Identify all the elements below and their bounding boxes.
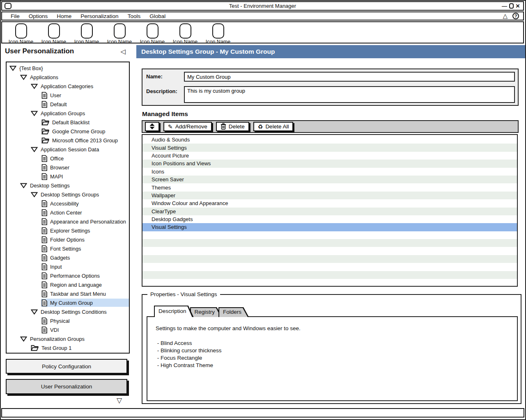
expand-more-icon[interactable]: ▽ [117, 396, 122, 405]
tree-item[interactable]: Browser [7, 163, 129, 172]
tree-item[interactable]: Personalization Groups [7, 334, 129, 343]
add-remove-button[interactable]: ✎Add/Remove [163, 122, 212, 131]
tree-item[interactable]: Taskbar and Start Menu [7, 289, 129, 298]
list-item[interactable]: Icon Positions and Views [142, 160, 517, 167]
toolbar-button-label: Icon Name [73, 39, 100, 45]
tree-item[interactable]: Font Settings [7, 244, 129, 253]
tree-item-content: Accessibility [41, 199, 129, 208]
expander-icon[interactable] [20, 336, 27, 342]
description-text-line [156, 332, 513, 340]
tree-item[interactable]: Applications [7, 73, 129, 82]
expander-icon[interactable] [31, 84, 38, 89]
tree-item[interactable]: Folder Options [7, 235, 129, 244]
tab-folders[interactable]: Folders [218, 307, 249, 317]
expander-icon[interactable] [31, 147, 38, 152]
toolbar-button-4[interactable]: Icon Name [106, 22, 133, 45]
collapse-sidebar-icon[interactable]: ◁ [121, 48, 128, 55]
list-item[interactable]: Themes [142, 183, 517, 191]
tree-item[interactable]: Default [7, 100, 129, 109]
delete-button[interactable]: Delete [216, 122, 249, 131]
expander-icon[interactable] [31, 192, 38, 197]
tree-item[interactable]: VDI [7, 325, 129, 334]
help-icon[interactable]: ? [512, 13, 519, 19]
tree-item[interactable]: Explorer Settings [7, 226, 129, 235]
tree-item[interactable]: My Custom Group [7, 298, 129, 307]
tree-item[interactable]: MAPI [7, 172, 129, 181]
tree-item-content: Application Session Data [30, 145, 129, 153]
tree-item[interactable]: User [7, 91, 129, 100]
list-empty-row [142, 247, 517, 255]
toolbar-button-7[interactable]: Icon Name [204, 22, 232, 45]
tree-item[interactable]: Action Center [7, 208, 129, 217]
menu-item-home[interactable]: Home [52, 13, 76, 19]
tree-item[interactable]: Gadgets [7, 253, 129, 262]
tree-item[interactable]: Microsoft Office 2013 Group [7, 136, 129, 145]
policy-configuration-button[interactable]: Policy Configuration [6, 359, 127, 374]
expander-icon[interactable] [31, 309, 38, 315]
tree-item[interactable]: Office [7, 154, 129, 163]
tree-item[interactable]: Input [7, 262, 129, 271]
menu-item-tools[interactable]: Tools [123, 13, 145, 19]
tab-description[interactable]: Description [154, 306, 194, 317]
toolbar-button-6[interactable]: Icon Name [172, 22, 199, 45]
toolbar-button-3[interactable]: Icon Name [73, 22, 100, 45]
tree-item[interactable]: Test Group 1 [7, 343, 129, 352]
expander-icon[interactable] [20, 75, 27, 80]
list-item[interactable]: Visual Settings [142, 144, 517, 151]
tree-item[interactable]: Performance Options [7, 271, 129, 280]
tree-item[interactable]: Application Groups [7, 109, 129, 118]
list-item[interactable]: Account Picture [142, 152, 517, 160]
tree-item[interactable]: Application Categories [7, 82, 129, 91]
managed-items-list: Audio & SoundsVisual SettingsAccount Pic… [142, 134, 518, 287]
close-icon[interactable]: × [516, 3, 520, 9]
tree-item[interactable]: Application Session Data [7, 145, 129, 154]
tree-item[interactable]: Desktop Settings Groups [7, 190, 129, 199]
tree-item-content: {Test Box} [9, 64, 129, 72]
toolbar-button-2[interactable]: Icon Name [40, 22, 67, 45]
list-item[interactable]: Audio & Sounds [142, 136, 517, 144]
tree-item-content: Default Blacklist [41, 118, 129, 126]
maximize-icon[interactable] [509, 3, 514, 9]
list-item[interactable]: Visual Settings [142, 223, 517, 231]
list-item[interactable]: Icons [142, 168, 517, 176]
tree-item-content: VDI [41, 326, 129, 334]
tree-item-content: Application Categories [30, 82, 129, 90]
user-personalization-button[interactable]: User Personalization [6, 379, 127, 394]
menu-item-file[interactable]: File [6, 13, 24, 19]
tree-item[interactable]: Physical [7, 316, 129, 325]
expander-icon[interactable] [31, 111, 38, 116]
menu-item-global[interactable]: Global [145, 13, 170, 19]
delete-all-button[interactable]: ♻Delete All [253, 122, 294, 131]
minimize-icon[interactable]: — [502, 5, 507, 8]
tree-item[interactable]: Appearance and Personalization [7, 217, 129, 226]
sort-button[interactable] [145, 122, 159, 131]
tree-item-label: Taskbar and Start Menu [50, 291, 106, 297]
tree-item-content: Performance Options [41, 272, 129, 280]
menu-item-personalization[interactable]: Personalization [76, 13, 123, 19]
expander-icon[interactable] [20, 183, 27, 188]
description-label: Description: [146, 88, 177, 94]
list-item[interactable]: Wallpaper [142, 192, 517, 199]
list-item[interactable]: Desktop Gadgets [142, 215, 517, 223]
tree-item[interactable]: Desktop Settings Conditions [7, 307, 129, 316]
tree-item[interactable]: Region and Language [7, 280, 129, 289]
list-item[interactable]: ClearType [142, 208, 517, 215]
menu-item-options[interactable]: Options [24, 13, 53, 19]
list-item-label: Desktop Gadgets [152, 216, 193, 222]
tab-registry[interactable]: Registry [190, 307, 223, 317]
triangle-icon[interactable]: △ [503, 12, 508, 20]
list-item[interactable]: Window Colour and Appearance [142, 199, 517, 207]
description-field[interactable]: This is my custom group [184, 86, 515, 103]
tree-item[interactable]: Desktop Settings [7, 181, 129, 190]
expander-icon[interactable] [9, 66, 16, 71]
toolbar-button-5[interactable]: Icon Name [139, 22, 166, 45]
tree-item[interactable]: Default Blacklist [7, 118, 129, 127]
tree-item[interactable]: Google Chrome Group [7, 127, 129, 136]
document-icon [41, 200, 47, 207]
name-field[interactable] [184, 72, 515, 82]
list-item[interactable]: Screen Saver [142, 176, 517, 183]
toolbar-button-1[interactable]: Icon Name [7, 22, 34, 45]
tree-item[interactable]: {Test Box} [7, 64, 129, 73]
tree-item[interactable]: Accessibility [7, 199, 129, 208]
list-item-label: Audio & Sounds [152, 137, 190, 143]
